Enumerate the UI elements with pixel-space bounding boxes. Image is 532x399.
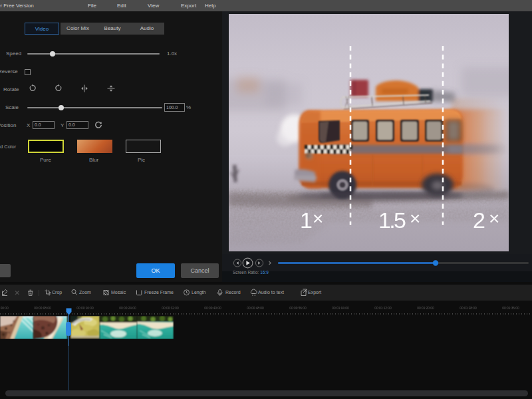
svg-text:×: × — [410, 208, 420, 229]
svg-text:1.5: 1.5 — [378, 207, 406, 233]
svg-text:×: × — [489, 208, 499, 229]
svg-text:2: 2 — [473, 207, 485, 233]
svg-text:×: × — [313, 208, 323, 229]
svg-text:1: 1 — [300, 207, 313, 233]
